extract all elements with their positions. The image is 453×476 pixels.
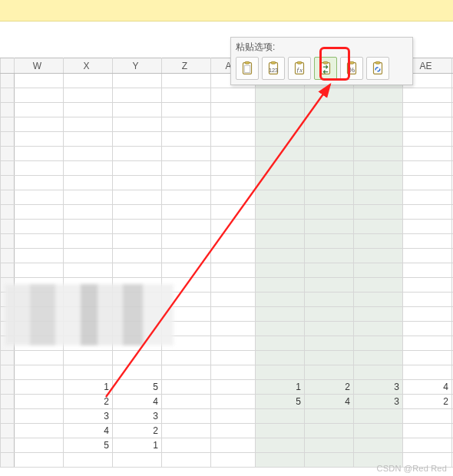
cell[interactable] xyxy=(403,220,452,234)
cell[interactable] xyxy=(305,424,354,438)
cell[interactable] xyxy=(211,307,256,322)
cell[interactable] xyxy=(305,190,354,205)
cell[interactable] xyxy=(15,132,64,147)
cell[interactable] xyxy=(15,88,64,103)
cell[interactable] xyxy=(354,293,403,307)
row-header[interactable] xyxy=(1,88,15,103)
cell[interactable] xyxy=(113,263,162,278)
row-header[interactable] xyxy=(1,234,15,249)
cell[interactable] xyxy=(15,161,64,176)
cell-value[interactable]: 5 xyxy=(113,380,162,395)
cell[interactable] xyxy=(211,365,256,380)
cell[interactable] xyxy=(305,278,354,293)
cell[interactable] xyxy=(403,147,452,161)
cell[interactable] xyxy=(211,147,256,161)
cell[interactable] xyxy=(211,424,256,438)
cell-value[interactable]: 3 xyxy=(354,380,403,395)
cell[interactable] xyxy=(211,103,256,117)
grid-row[interactable] xyxy=(1,220,454,234)
cell[interactable] xyxy=(305,161,354,176)
cell[interactable] xyxy=(15,351,64,365)
cell[interactable] xyxy=(64,234,113,249)
cell[interactable] xyxy=(15,103,64,117)
cell[interactable] xyxy=(305,103,354,117)
cell[interactable] xyxy=(256,365,305,380)
row-header[interactable] xyxy=(1,147,15,161)
cell[interactable] xyxy=(162,438,211,453)
grid-row[interactable]: 51 xyxy=(1,438,454,453)
row-header[interactable] xyxy=(1,176,15,190)
cell[interactable] xyxy=(305,234,354,249)
row-header[interactable] xyxy=(1,351,15,365)
cell[interactable] xyxy=(305,307,354,322)
grid-row[interactable] xyxy=(1,147,454,161)
cell[interactable] xyxy=(15,453,64,468)
cell-value[interactable]: 3 xyxy=(113,409,162,424)
row-header[interactable] xyxy=(1,220,15,234)
cell[interactable] xyxy=(354,424,403,438)
cell[interactable] xyxy=(162,74,211,88)
cell[interactable] xyxy=(113,147,162,161)
cell-value[interactable]: 5 xyxy=(64,438,113,453)
cell[interactable] xyxy=(162,234,211,249)
cell[interactable] xyxy=(64,74,113,88)
cell[interactable] xyxy=(15,263,64,278)
cell[interactable] xyxy=(211,205,256,220)
cell-value[interactable]: 1 xyxy=(113,438,162,453)
cell[interactable] xyxy=(211,322,256,336)
cell[interactable] xyxy=(256,161,305,176)
cell[interactable] xyxy=(113,74,162,88)
cell-value[interactable]: 3 xyxy=(354,395,403,409)
grid-row[interactable] xyxy=(1,176,454,190)
cell[interactable] xyxy=(256,147,305,161)
cell[interactable] xyxy=(162,220,211,234)
cell[interactable] xyxy=(64,103,113,117)
cell[interactable] xyxy=(64,205,113,220)
cell[interactable] xyxy=(162,263,211,278)
cell[interactable] xyxy=(15,424,64,438)
cell[interactable] xyxy=(211,132,256,147)
cell[interactable] xyxy=(305,351,354,365)
paste-option-formats[interactable]: % xyxy=(340,57,363,80)
cell[interactable] xyxy=(403,88,452,103)
cell[interactable] xyxy=(256,234,305,249)
cell[interactable] xyxy=(113,161,162,176)
row-header[interactable] xyxy=(1,380,15,395)
cell[interactable] xyxy=(256,409,305,424)
grid-row[interactable]: 42 xyxy=(1,424,454,438)
cell[interactable] xyxy=(113,117,162,132)
grid-row[interactable] xyxy=(1,205,454,220)
row-header[interactable] xyxy=(1,263,15,278)
cell[interactable] xyxy=(354,234,403,249)
cell[interactable] xyxy=(113,234,162,249)
cell[interactable] xyxy=(305,453,354,468)
cell[interactable] xyxy=(64,161,113,176)
cell[interactable] xyxy=(403,307,452,322)
cell[interactable] xyxy=(211,293,256,307)
cell[interactable] xyxy=(162,453,211,468)
cell[interactable] xyxy=(256,293,305,307)
row-header[interactable] xyxy=(1,190,15,205)
cell[interactable] xyxy=(64,147,113,161)
cell[interactable] xyxy=(211,278,256,293)
cell[interactable] xyxy=(403,249,452,263)
cell[interactable] xyxy=(162,409,211,424)
worksheet-table[interactable]: W X Y Z AA AB AC AD AE AF 15123452454321… xyxy=(0,58,453,468)
cell[interactable] xyxy=(403,438,452,453)
row-header[interactable] xyxy=(1,103,15,117)
row-header[interactable] xyxy=(1,424,15,438)
cell[interactable] xyxy=(211,88,256,103)
cell[interactable] xyxy=(113,205,162,220)
cell[interactable] xyxy=(162,351,211,365)
cell[interactable] xyxy=(256,351,305,365)
cell[interactable] xyxy=(305,336,354,351)
grid-row[interactable]: 1512345 xyxy=(1,380,454,395)
grid-row[interactable] xyxy=(1,103,454,117)
cell[interactable] xyxy=(256,117,305,132)
cell[interactable] xyxy=(354,307,403,322)
cell[interactable] xyxy=(256,190,305,205)
row-header[interactable] xyxy=(1,409,15,424)
cell-value[interactable]: 1 xyxy=(64,380,113,395)
grid-row[interactable] xyxy=(1,88,454,103)
cell[interactable] xyxy=(113,176,162,190)
